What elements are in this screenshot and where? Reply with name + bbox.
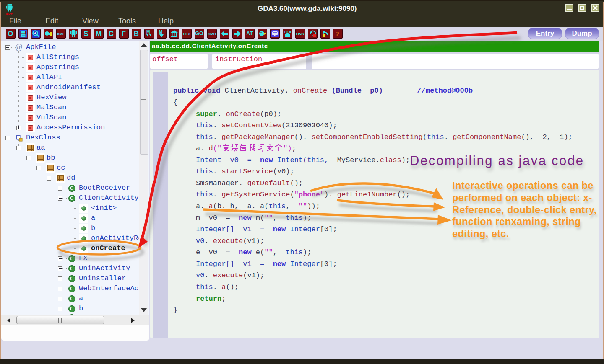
svg-text:?: ? — [336, 30, 339, 38]
svg-text:GDA: GDA — [6, 12, 13, 15]
svg-text:M: M — [146, 30, 150, 34]
svg-text:M: M — [159, 30, 162, 34]
